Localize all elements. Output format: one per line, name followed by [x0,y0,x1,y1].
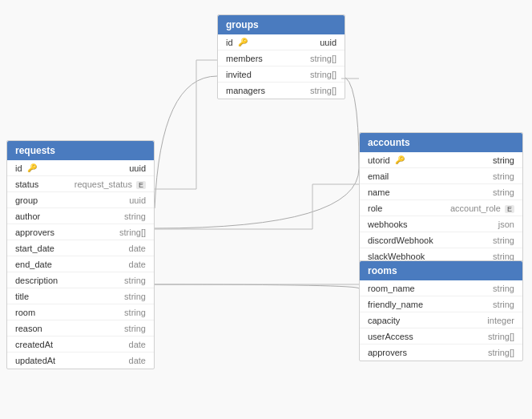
rooms-table: rooms room_name string friendly_name str… [359,260,523,361]
requests-table: requests id 🔑 uuid status request_status… [6,140,155,369]
requests-reason-row: reason string [7,320,154,336]
requests-group-row: group uuid [7,192,154,208]
accounts-utorid-row: utorid 🔑 string [360,152,522,168]
requests-room-row: room string [7,304,154,320]
rooms-capacity-row: capacity integer [360,312,522,328]
rooms-friendly_name-row: friendly_name string [360,296,522,312]
key-icon: 🔑 [238,38,248,46]
requests-description-row: description string [7,272,154,288]
rooms-approvers-row: approvers string[] [360,344,522,361]
requests-updatedAt-row: updatedAt date [7,353,154,369]
requests-title-row: title string [7,288,154,304]
accounts-discordWebhook-row: discordWebhook string [360,232,522,248]
rooms-room_name-row: room_name string [360,280,522,296]
rooms-table-header: rooms [360,261,522,280]
groups-members-row: members string[] [218,50,345,66]
requests-table-header: requests [7,141,154,160]
erd-canvas: groups id 🔑 uuid members string[] invite… [0,0,532,419]
accounts-name-row: name string [360,184,522,200]
groups-table-header: groups [218,15,345,34]
requests-id-row: id 🔑 uuid [7,160,154,176]
accounts-email-row: email string [360,168,522,184]
requests-approvers-row: approvers string[] [7,224,154,240]
accounts-webhooks-row: webhooks json [360,216,522,232]
requests-start_date-row: start_date date [7,240,154,256]
rooms-userAccess-row: userAccess string[] [360,328,522,344]
accounts-table: accounts utorid 🔑 string email string na… [359,132,523,281]
requests-status-row: status request_status E [7,176,154,192]
requests-createdAt-row: createdAt date [7,336,154,353]
key-icon-requests: 🔑 [27,163,37,172]
accounts-table-header: accounts [360,133,522,152]
requests-author-row: author string [7,208,154,224]
accounts-role-row: role account_role E [360,200,522,216]
groups-id-row: id 🔑 uuid [218,34,345,50]
groups-invited-row: invited string[] [218,66,345,83]
groups-managers-row: managers string[] [218,83,345,99]
key-icon-accounts: 🔑 [395,155,405,164]
groups-table: groups id 🔑 uuid members string[] invite… [217,14,345,99]
requests-end_date-row: end_date date [7,256,154,272]
